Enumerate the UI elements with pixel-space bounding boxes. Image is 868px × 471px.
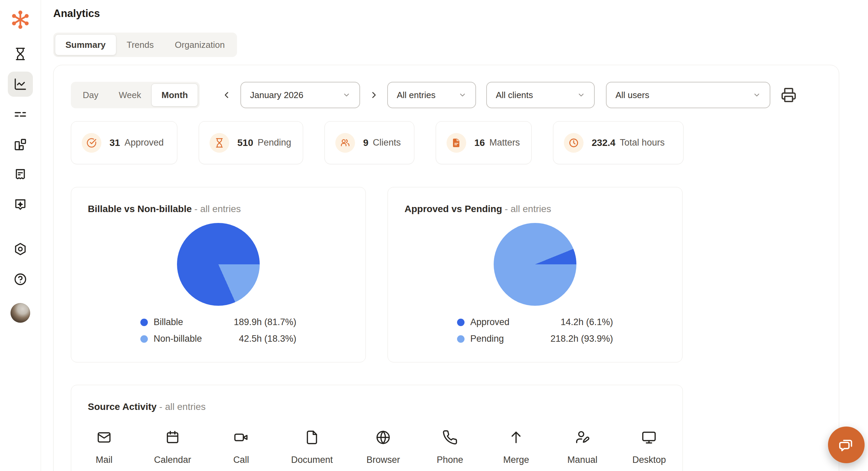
sidebar-item-apps[interactable]: [8, 132, 33, 157]
monitor-icon: [641, 430, 657, 445]
phone-icon: [442, 430, 458, 445]
globe-icon: [375, 430, 391, 445]
source-merge: Merge 14.4h: [500, 430, 532, 471]
source-activity-title: Source Activity - all entries: [88, 401, 666, 413]
source-activity-card: Source Activity - all entries Mail 86.7h…: [71, 385, 683, 471]
billable-pie-chart: [177, 223, 260, 306]
approval-chart-card: Approved vs Pending - all entries Approv…: [388, 187, 683, 362]
legend-row: Approved 14.2h (6.1%): [457, 314, 613, 331]
legend-dot: [457, 335, 465, 343]
stat-matters: 16 Matters: [436, 121, 532, 164]
chevron-down-icon: [342, 91, 351, 99]
legend-dot: [140, 319, 148, 326]
chat-bubbles-icon: [837, 436, 855, 454]
entries-filter-select[interactable]: All entries: [387, 82, 476, 108]
file-text-icon: [451, 138, 461, 148]
charts-row: Billable vs Non-billable - all entries B…: [71, 187, 822, 362]
period-segmented-control: Day Week Month: [71, 82, 200, 108]
sidebar-item-ai-assist[interactable]: [8, 192, 33, 218]
source-calendar: Calendar 36.4h: [154, 430, 191, 471]
previous-month-button[interactable]: [221, 90, 232, 100]
billable-chart-card: Billable vs Non-billable - all entries B…: [71, 187, 366, 362]
chart-legend: Billable 189.9h (81.7%) Non-billable 42.…: [140, 314, 296, 347]
tab-summary[interactable]: Summary: [55, 34, 116, 55]
period-month-button[interactable]: Month: [151, 83, 198, 107]
chart-title: Billable vs Non-billable - all entries: [88, 203, 349, 215]
print-button[interactable]: [781, 87, 797, 103]
hourglass-icon: [214, 138, 224, 148]
check-circle-icon: [86, 138, 97, 148]
tab-trends[interactable]: Trends: [116, 34, 164, 55]
blocks-icon: [14, 138, 27, 151]
sidebar-item-settings[interactable]: [8, 237, 33, 262]
user-avatar[interactable]: [11, 303, 30, 323]
chart-title: Approved vs Pending - all entries: [405, 203, 666, 215]
clock-icon: [569, 138, 579, 148]
users-filter-select[interactable]: All users: [606, 82, 770, 108]
main-content: Analytics Summary Trends Organization Da…: [41, 0, 868, 471]
users-icon: [340, 138, 350, 148]
chevron-down-icon: [577, 91, 585, 99]
file-icon: [304, 430, 320, 445]
period-week-button[interactable]: Week: [108, 83, 151, 107]
source-desktop: Desktop 10.0h: [632, 430, 666, 471]
bookmark-sparkle-icon: [14, 198, 27, 212]
legend-dot: [140, 335, 148, 343]
source-call: Call 4.7h: [225, 430, 257, 471]
chevron-right-icon: [369, 90, 379, 100]
stats-row: 31 Approved 510 Pending: [71, 121, 822, 164]
tab-bar: Summary Trends Organization: [53, 33, 237, 57]
legend-row: Billable 189.9h (81.7%): [140, 314, 296, 331]
legend-row: Non-billable 42.5h (18.3%): [140, 331, 296, 347]
source-manual: Manual 47.7h: [566, 430, 599, 471]
period-day-button[interactable]: Day: [73, 83, 108, 107]
source-browser: Browser 30.7h: [367, 430, 400, 471]
printer-icon: [781, 87, 796, 103]
stat-total-hours: 232.4 Total hours: [553, 121, 684, 164]
video-icon: [233, 430, 249, 445]
stat-pending: 510 Pending: [199, 121, 303, 164]
filter-bar: Day Week Month January 2026 All entries …: [71, 82, 822, 108]
help-icon: [14, 272, 27, 286]
legend-row: Pending 218.2h (93.9%): [457, 331, 613, 347]
clients-filter-select[interactable]: All clients: [486, 82, 595, 108]
stat-clients: 9 Clients: [324, 121, 414, 164]
calendar-icon: [165, 430, 180, 445]
sidebar-item-filters[interactable]: [8, 102, 33, 127]
sidebar-item-help[interactable]: [8, 267, 33, 292]
sidebar-item-analytics[interactable]: [8, 72, 33, 97]
chat-button[interactable]: [828, 427, 865, 463]
legend-dot: [457, 319, 465, 326]
source-mail: Mail 86.7h: [88, 430, 120, 471]
user-pen-icon: [575, 430, 590, 445]
tab-organization[interactable]: Organization: [164, 34, 235, 55]
stat-approved: 31 Approved: [71, 121, 177, 164]
line-chart-icon: [14, 77, 27, 91]
chevron-down-icon: [753, 91, 761, 99]
sidebar-item-time-entries[interactable]: [8, 41, 33, 67]
source-document: Document 1.4h: [291, 430, 333, 471]
hourglass-icon: [14, 47, 27, 61]
next-month-button[interactable]: [369, 90, 379, 100]
sliders-icon: [14, 108, 27, 121]
mail-icon: [96, 430, 112, 445]
chevron-down-icon: [458, 91, 467, 99]
source-activity-grid: Mail 86.7h Calendar 36.4h Call 4.7h: [88, 430, 666, 471]
app-logo: [11, 10, 30, 29]
page-title: Analytics: [53, 7, 868, 20]
logo-icon: [11, 10, 30, 29]
arrow-up-icon: [508, 430, 524, 445]
settings-icon: [14, 242, 27, 256]
chart-legend: Approved 14.2h (6.1%) Pending 218.2h (93…: [457, 314, 613, 347]
month-select[interactable]: January 2026: [240, 82, 360, 108]
approval-pie-chart: [494, 223, 576, 306]
chevron-left-icon: [221, 90, 232, 100]
source-phone: Phone 0.4h: [434, 430, 466, 471]
sidebar: [0, 0, 41, 471]
receipt-icon: [14, 168, 27, 182]
analytics-panel: Day Week Month January 2026 All entries …: [53, 65, 839, 471]
sidebar-item-invoices[interactable]: [8, 162, 33, 187]
